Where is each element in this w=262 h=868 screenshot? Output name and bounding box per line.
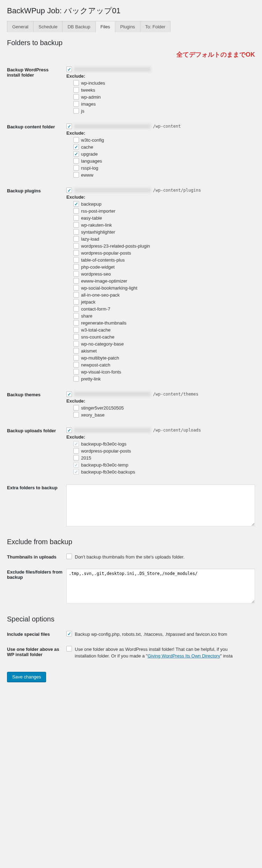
exclude-checkbox[interactable] — [73, 236, 79, 242]
exclude-option[interactable]: backwpup-fb3e0c-logs — [73, 441, 255, 447]
one-folder-above-option[interactable]: Use one folder above as WordPress instal… — [66, 646, 255, 659]
exclude-option[interactable]: easy-table — [73, 215, 255, 221]
exclude-checkbox[interactable] — [73, 341, 79, 347]
exclude-checkbox[interactable] — [73, 306, 79, 312]
content-checkbox[interactable] — [66, 123, 72, 129]
exclude-option[interactable]: languages — [73, 158, 255, 164]
exclude-option[interactable]: upgrade — [73, 151, 255, 157]
exclude-option[interactable]: table-of-contents-plus — [73, 257, 255, 263]
exclude-option[interactable]: cache — [73, 144, 255, 150]
exclude-checkbox[interactable] — [73, 80, 79, 86]
exclude-option[interactable]: rss-post-importer — [73, 208, 255, 214]
exclude-option[interactable]: all-in-one-seo-pack — [73, 292, 255, 298]
exclude-option[interactable]: regenerate-thumbnails — [73, 320, 255, 326]
exclude-option[interactable]: backwpup-fb3e0c-temp — [73, 462, 255, 468]
exclude-checkbox[interactable] — [73, 144, 79, 150]
tab-schedule[interactable]: Schedule — [33, 21, 63, 32]
themes-checkbox[interactable] — [66, 391, 72, 397]
exclude-checkbox[interactable] — [73, 327, 79, 333]
tab-files[interactable]: Files — [95, 21, 115, 33]
exclude-option[interactable]: images — [73, 101, 255, 107]
exclude-option[interactable]: pretty-link — [73, 376, 255, 382]
exclude-option[interactable]: lazy-load — [73, 236, 255, 242]
exclude-option[interactable]: akismet — [73, 348, 255, 354]
plugins-checkbox[interactable] — [66, 187, 72, 193]
exclude-checkbox[interactable] — [73, 215, 79, 221]
exclude-option[interactable]: contact-form-7 — [73, 306, 255, 312]
exclude-checkbox[interactable] — [73, 271, 79, 277]
exclude-checkbox[interactable] — [73, 412, 79, 418]
save-changes-button[interactable]: Save changes — [7, 672, 46, 682]
exclude-option[interactable]: 2015 — [73, 455, 255, 461]
own-directory-link[interactable]: Giving WordPress Its Own Directory — [147, 653, 220, 659]
include-special-option[interactable]: Backup wp-config.php, robots.txt, .htacc… — [66, 631, 255, 638]
exclude-option[interactable]: wordpress-popular-posts — [73, 250, 255, 256]
exclude-checkbox[interactable] — [73, 362, 79, 368]
exclude-checkbox[interactable] — [73, 285, 79, 291]
exclude-checkbox[interactable] — [73, 448, 79, 454]
exclude-checkbox[interactable] — [73, 376, 79, 382]
exclude-option[interactable]: wp-multibyte-patch — [73, 355, 255, 361]
exclude-checkbox[interactable] — [73, 334, 79, 340]
exclude-checkbox[interactable] — [73, 320, 79, 326]
exclude-option[interactable]: syntaxhighlighter — [73, 229, 255, 235]
exclude-checkbox[interactable] — [73, 405, 79, 411]
exclude-checkbox[interactable] — [73, 158, 79, 164]
exclude-checkbox[interactable] — [73, 101, 79, 107]
exclude-checkbox[interactable] — [73, 355, 79, 361]
exclude-checkbox[interactable] — [73, 94, 79, 100]
exclude-option[interactable]: wp-visual-icon-fonts — [73, 369, 255, 375]
install-checkbox[interactable] — [66, 66, 72, 72]
tab-plugins[interactable]: Plugins — [115, 21, 140, 32]
exclude-option[interactable]: php-code-widget — [73, 264, 255, 270]
exclude-option[interactable]: wp-social-bookmarking-light — [73, 285, 255, 291]
uploads-checkbox[interactable] — [66, 427, 72, 433]
exclude-checkbox[interactable] — [73, 278, 79, 284]
exclude-option[interactable]: sns-count-cache — [73, 334, 255, 340]
exclude-checkbox[interactable] — [73, 137, 79, 143]
exclude-option[interactable]: backwpup — [73, 201, 255, 207]
exclude-checkbox[interactable] — [73, 243, 79, 249]
exclude-checkbox[interactable] — [73, 108, 79, 114]
exclude-checkbox[interactable] — [73, 369, 79, 375]
one-folder-above-checkbox[interactable] — [66, 646, 72, 652]
exclude-checkbox[interactable] — [73, 292, 79, 298]
exclude-checkbox[interactable] — [73, 455, 79, 461]
exclude-checkbox[interactable] — [73, 87, 79, 93]
exclude-option[interactable]: tweeks — [73, 87, 255, 93]
include-special-checkbox[interactable] — [66, 631, 72, 636]
exclude-option[interactable]: xeory_base — [73, 412, 255, 418]
exclude-option[interactable]: wordpress-popular-posts — [73, 448, 255, 454]
exclude-option[interactable]: wp-rakuten-link — [73, 222, 255, 228]
exclude-option[interactable]: wp-admin — [73, 94, 255, 100]
exclude-option[interactable]: wordpress-23-related-posts-plugin — [73, 243, 255, 249]
thumbnails-checkbox[interactable] — [66, 554, 72, 559]
exclude-files-input[interactable]: .tmp,.svn,.git,desktop.ini,.DS_Store,/no… — [66, 569, 255, 604]
tab-to-folder[interactable]: To: Folder — [140, 21, 171, 32]
tab-general[interactable]: General — [7, 21, 34, 32]
exclude-option[interactable]: newpost-catch — [73, 362, 255, 368]
exclude-checkbox[interactable] — [73, 222, 79, 228]
exclude-checkbox[interactable] — [73, 264, 79, 270]
tab-db-backup[interactable]: DB Backup — [62, 21, 95, 32]
thumbnails-option[interactable]: Don't backup thumbnails from the site's … — [66, 554, 255, 560]
exclude-option[interactable]: jetpack — [73, 299, 255, 305]
exclude-checkbox[interactable] — [73, 229, 79, 235]
exclude-option[interactable]: ewww-image-optimizer — [73, 278, 255, 284]
extra-folders-input[interactable] — [66, 484, 255, 526]
exclude-option[interactable]: stinger5ver20150505 — [73, 405, 255, 411]
exclude-option[interactable]: backwpup-fb3e0c-backups — [73, 469, 255, 475]
exclude-checkbox[interactable] — [73, 299, 79, 305]
exclude-checkbox[interactable] — [73, 201, 79, 207]
exclude-checkbox[interactable] — [73, 165, 79, 171]
exclude-checkbox[interactable] — [73, 250, 79, 256]
exclude-option[interactable]: js — [73, 108, 255, 114]
exclude-option[interactable]: w3tc-config — [73, 137, 255, 143]
exclude-checkbox[interactable] — [73, 151, 79, 157]
exclude-checkbox[interactable] — [73, 208, 79, 214]
exclude-option[interactable]: rsspi-log — [73, 165, 255, 171]
exclude-option[interactable]: share — [73, 313, 255, 319]
exclude-checkbox[interactable] — [73, 348, 79, 354]
exclude-checkbox[interactable] — [73, 172, 79, 178]
exclude-option[interactable]: w3-total-cache — [73, 327, 255, 333]
